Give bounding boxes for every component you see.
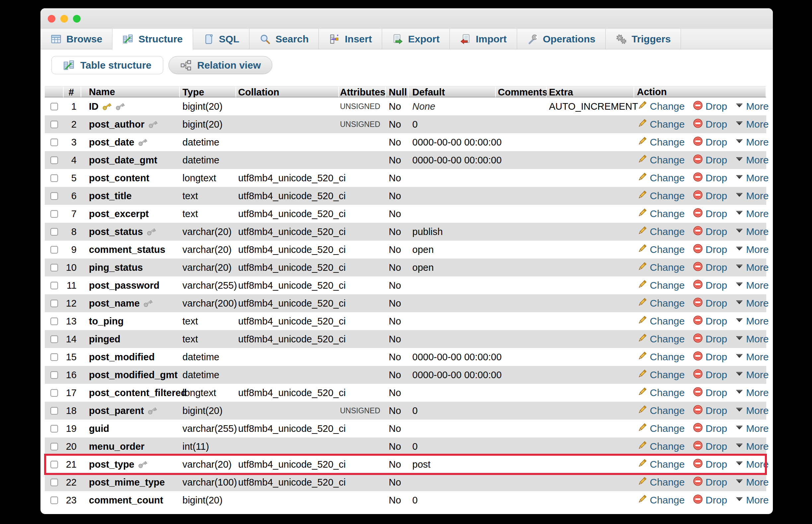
- more-link[interactable]: More: [735, 298, 768, 309]
- row-checkbox[interactable]: [50, 264, 58, 272]
- row-checkbox[interactable]: [50, 282, 58, 289]
- change-link[interactable]: Change: [637, 440, 685, 453]
- drop-link[interactable]: Drop: [692, 100, 727, 113]
- change-link[interactable]: Change: [637, 136, 685, 149]
- drop-link[interactable]: Drop: [692, 369, 727, 381]
- close-button[interactable]: [48, 15, 55, 22]
- tab-operations[interactable]: Operations: [517, 29, 606, 49]
- drop-link[interactable]: Drop: [692, 136, 727, 149]
- tab-export[interactable]: Export: [382, 29, 450, 49]
- drop-link[interactable]: Drop: [692, 387, 727, 399]
- more-link[interactable]: More: [735, 262, 768, 273]
- change-link[interactable]: Change: [637, 243, 685, 256]
- row-checkbox[interactable]: [50, 192, 58, 200]
- tab-insert[interactable]: Insert: [319, 29, 382, 49]
- change-link[interactable]: Change: [637, 100, 685, 113]
- change-link[interactable]: Change: [637, 225, 685, 238]
- more-link[interactable]: More: [735, 208, 768, 219]
- more-link[interactable]: More: [735, 477, 768, 488]
- drop-link[interactable]: Drop: [692, 476, 727, 489]
- change-link[interactable]: Change: [637, 190, 685, 202]
- drop-link[interactable]: Drop: [692, 172, 727, 185]
- drop-link[interactable]: Drop: [692, 351, 727, 364]
- more-link[interactable]: More: [735, 173, 768, 184]
- row-checkbox[interactable]: [50, 425, 58, 432]
- change-link[interactable]: Change: [637, 476, 685, 489]
- change-link[interactable]: Change: [637, 315, 685, 328]
- drop-link[interactable]: Drop: [692, 190, 727, 202]
- row-checkbox[interactable]: [50, 138, 58, 146]
- tab-import[interactable]: Import: [450, 29, 517, 49]
- row-checkbox[interactable]: [50, 461, 58, 468]
- change-link[interactable]: Change: [637, 458, 685, 471]
- relation-view-button[interactable]: Relation view: [169, 56, 273, 74]
- more-link[interactable]: More: [735, 333, 768, 345]
- row-checkbox[interactable]: [50, 174, 58, 182]
- more-link[interactable]: More: [735, 101, 768, 112]
- change-link[interactable]: Change: [637, 208, 685, 220]
- drop-link[interactable]: Drop: [692, 297, 727, 310]
- drop-link[interactable]: Drop: [692, 154, 727, 167]
- row-checkbox[interactable]: [50, 389, 58, 397]
- more-link[interactable]: More: [735, 154, 768, 166]
- drop-link[interactable]: Drop: [692, 243, 727, 256]
- more-link[interactable]: More: [735, 423, 768, 434]
- more-link[interactable]: More: [735, 351, 768, 363]
- change-link[interactable]: Change: [637, 494, 685, 507]
- drop-link[interactable]: Drop: [692, 440, 727, 453]
- row-checkbox[interactable]: [50, 228, 58, 236]
- drop-link[interactable]: Drop: [692, 422, 727, 435]
- drop-link[interactable]: Drop: [692, 225, 727, 238]
- change-link[interactable]: Change: [637, 154, 685, 167]
- change-link[interactable]: Change: [637, 297, 685, 310]
- row-checkbox[interactable]: [50, 479, 58, 486]
- more-link[interactable]: More: [735, 280, 768, 291]
- row-checkbox[interactable]: [50, 300, 58, 307]
- drop-link[interactable]: Drop: [692, 458, 727, 471]
- minimize-button[interactable]: [60, 15, 68, 22]
- change-link[interactable]: Change: [637, 261, 685, 274]
- row-checkbox[interactable]: [50, 121, 58, 128]
- row-checkbox[interactable]: [50, 371, 58, 379]
- more-link[interactable]: More: [735, 190, 768, 201]
- tab-structure[interactable]: Structure: [112, 29, 193, 49]
- change-link[interactable]: Change: [637, 404, 685, 417]
- row-checkbox[interactable]: [50, 443, 58, 451]
- drop-link[interactable]: Drop: [692, 404, 727, 417]
- change-link[interactable]: Change: [637, 172, 685, 185]
- more-link[interactable]: More: [735, 244, 768, 255]
- change-link[interactable]: Change: [637, 279, 685, 292]
- row-checkbox[interactable]: [50, 103, 58, 110]
- more-link[interactable]: More: [735, 136, 768, 148]
- drop-link[interactable]: Drop: [692, 261, 727, 274]
- change-link[interactable]: Change: [637, 369, 685, 381]
- zoom-button[interactable]: [73, 15, 81, 22]
- more-link[interactable]: More: [735, 405, 768, 416]
- drop-link[interactable]: Drop: [692, 315, 727, 328]
- more-link[interactable]: More: [735, 315, 768, 327]
- row-checkbox[interactable]: [50, 407, 58, 415]
- drop-link[interactable]: Drop: [692, 118, 727, 131]
- tab-triggers[interactable]: Triggers: [606, 29, 681, 49]
- drop-link[interactable]: Drop: [692, 333, 727, 346]
- tab-browse[interactable]: Browse: [41, 29, 112, 49]
- drop-link[interactable]: Drop: [692, 494, 727, 507]
- drop-link[interactable]: Drop: [692, 279, 727, 292]
- row-checkbox[interactable]: [50, 157, 58, 164]
- more-link[interactable]: More: [735, 226, 768, 237]
- row-checkbox[interactable]: [50, 353, 58, 361]
- change-link[interactable]: Change: [637, 422, 685, 435]
- row-checkbox[interactable]: [50, 246, 58, 253]
- change-link[interactable]: Change: [637, 118, 685, 131]
- change-link[interactable]: Change: [637, 387, 685, 399]
- drop-link[interactable]: Drop: [692, 208, 727, 220]
- more-link[interactable]: More: [735, 119, 768, 130]
- more-link[interactable]: More: [735, 441, 768, 452]
- more-link[interactable]: More: [735, 459, 768, 470]
- more-link[interactable]: More: [735, 387, 768, 398]
- change-link[interactable]: Change: [637, 333, 685, 346]
- row-checkbox[interactable]: [50, 335, 58, 343]
- change-link[interactable]: Change: [637, 351, 685, 364]
- row-checkbox[interactable]: [50, 210, 58, 218]
- tab-sql[interactable]: SQL: [193, 29, 250, 49]
